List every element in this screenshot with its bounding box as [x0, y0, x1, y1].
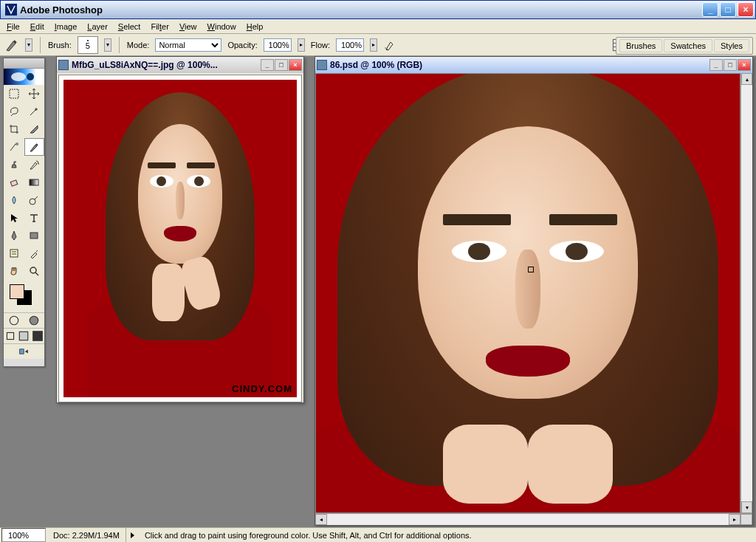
standard-screen-button[interactable] — [4, 329, 17, 343]
svg-rect-11 — [30, 179, 38, 185]
menu-edit[interactable]: Edit — [25, 21, 49, 32]
history-brush-tool[interactable] — [24, 156, 45, 174]
tab-brushes[interactable]: Brushes — [619, 39, 662, 52]
svg-point-18 — [10, 316, 18, 324]
full-menubar-screen-button[interactable] — [17, 329, 30, 343]
menu-window[interactable]: Window — [202, 21, 241, 32]
close-button[interactable]: × — [738, 2, 754, 17]
quickmask-mode-button[interactable] — [24, 313, 45, 328]
menu-image[interactable]: Image — [49, 21, 83, 32]
tab-swatches[interactable]: Swatches — [664, 39, 712, 52]
menu-filter[interactable]: Filter — [145, 21, 173, 32]
doc2-maximize-button[interactable]: □ — [724, 59, 737, 71]
color-swatches[interactable] — [7, 283, 41, 309]
scroll-right-button[interactable]: ▸ — [729, 514, 740, 525]
maximize-button[interactable]: □ — [720, 2, 736, 17]
airbrush-toggle[interactable] — [383, 38, 398, 52]
eyedropper-tool[interactable] — [24, 244, 45, 262]
doc1-titlebar[interactable]: MfbG_uLS8iAxNQ==.jpg @ 100%... _ □ × — [57, 57, 303, 73]
mode-select[interactable]: Normal — [155, 38, 221, 52]
move-tool[interactable] — [24, 85, 45, 103]
svg-point-12 — [30, 199, 35, 205]
menu-help[interactable]: Help — [241, 21, 269, 32]
magic-wand-tool[interactable] — [24, 103, 45, 120]
document-window-1: MfbG_uLS8iAxNQ==.jpg @ 100%... _ □ × — [56, 56, 304, 403]
status-menu-arrow[interactable] — [131, 532, 134, 538]
doc2-vertical-scrollbar[interactable]: ▴ ▾ — [740, 73, 752, 513]
blur-tool[interactable] — [4, 191, 24, 209]
toolbox — [3, 58, 45, 367]
opacity-arrow[interactable]: ▸ — [298, 38, 305, 52]
rectangle-tool[interactable] — [24, 227, 45, 244]
svg-point-6 — [11, 72, 26, 81]
menu-select[interactable]: Select — [113, 21, 146, 32]
svg-point-2 — [385, 47, 385, 48]
brush-preset-arrow[interactable]: ▾ — [104, 38, 111, 52]
current-tool-icon[interactable] — [4, 38, 19, 52]
opacity-input[interactable]: 100% — [264, 38, 292, 52]
doc1-canvas[interactable]: CINDY.COM — [58, 75, 302, 402]
doc2-horizontal-scrollbar[interactable]: ◂ ▸ — [315, 513, 752, 525]
doc1-watermark: CINDY.COM — [232, 383, 292, 394]
doc1-maximize-button[interactable]: □ — [275, 59, 288, 71]
flow-input[interactable]: 100% — [336, 38, 364, 52]
svg-rect-20 — [7, 332, 14, 339]
scroll-left-button[interactable]: ◂ — [315, 514, 327, 525]
clone-stamp-tool[interactable] — [4, 156, 24, 174]
lasso-tool[interactable] — [4, 103, 24, 120]
zoom-tool[interactable] — [24, 262, 45, 280]
foreground-color[interactable] — [10, 284, 24, 299]
flow-label: Flow: — [311, 41, 330, 49]
path-selection-tool[interactable] — [4, 209, 24, 227]
svg-point-1 — [386, 49, 388, 50]
eraser-tool[interactable] — [4, 174, 24, 191]
mode-label: Mode: — [127, 41, 150, 49]
menu-layer[interactable]: Layer — [82, 21, 113, 32]
doc2-close-button[interactable]: × — [738, 59, 751, 71]
doc2-minimize-button[interactable]: _ — [709, 59, 723, 71]
svg-point-7 — [27, 73, 34, 80]
doc-size-display[interactable]: Doc: 2.29M/1.94M — [47, 528, 126, 542]
dodge-tool[interactable] — [24, 191, 45, 209]
svg-rect-21 — [20, 332, 28, 340]
doc1-title: MfbG_uLS8iAxNQ==.jpg @ 100%... — [72, 60, 258, 70]
doc2-title: 86.psd @ 100% (RGB) — [330, 60, 707, 70]
svg-point-17 — [30, 267, 36, 273]
scroll-up-button[interactable]: ▴ — [741, 73, 752, 85]
type-tool[interactable] — [24, 209, 45, 227]
gradient-tool[interactable] — [24, 174, 45, 191]
doc2-titlebar[interactable]: 86.psd @ 100% (RGB) _ □ × — [315, 57, 752, 73]
minimize-button[interactable]: _ — [702, 2, 718, 17]
brush-tool[interactable] — [24, 138, 45, 156]
photoshop-doc-icon — [58, 60, 69, 70]
svg-rect-22 — [32, 331, 43, 341]
jump-to-imageready-button[interactable] — [4, 344, 44, 359]
menu-view[interactable]: View — [174, 21, 202, 32]
status-bar: 100% Doc: 2.29M/1.94M Click and drag to … — [0, 527, 756, 542]
app-titlebar: Adobe Photoshop _ □ × — [0, 0, 756, 19]
standard-mode-button[interactable] — [4, 313, 24, 328]
doc1-minimize-button[interactable]: _ — [261, 59, 274, 71]
menu-file[interactable]: File — [1, 21, 25, 32]
svg-rect-10 — [10, 180, 18, 186]
brush-preset-picker[interactable]: 5 — [78, 36, 98, 54]
rectangular-marquee-tool[interactable] — [4, 85, 24, 103]
doc2-canvas[interactable] — [315, 73, 740, 513]
hand-tool[interactable] — [4, 262, 24, 280]
flow-arrow[interactable]: ▸ — [370, 38, 377, 52]
toolbox-logo[interactable] — [4, 69, 44, 85]
slice-tool[interactable] — [24, 120, 45, 138]
brush-cursor — [528, 267, 534, 272]
status-hint: Click and drag to paint using foreground… — [139, 528, 478, 542]
tab-styles[interactable]: Styles — [714, 39, 749, 52]
notes-tool[interactable] — [4, 244, 24, 262]
scroll-down-button[interactable]: ▾ — [741, 501, 752, 513]
crop-tool[interactable] — [4, 120, 24, 138]
pen-tool[interactable] — [4, 227, 24, 244]
doc1-close-button[interactable]: × — [289, 59, 302, 71]
tool-preset-picker[interactable]: ▾ — [25, 38, 32, 52]
healing-brush-tool[interactable] — [4, 138, 24, 156]
toolbox-grip[interactable] — [4, 58, 44, 69]
full-screen-button[interactable] — [31, 329, 44, 343]
zoom-input[interactable]: 100% — [1, 528, 46, 542]
